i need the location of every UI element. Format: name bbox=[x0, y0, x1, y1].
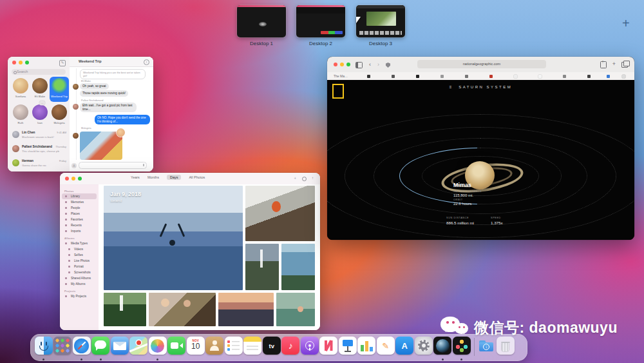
close-button[interactable] bbox=[65, 177, 69, 181]
conversation-row[interactable]: Lin Chen 9:41 AM Mushroom season is back… bbox=[8, 129, 70, 142]
favicon[interactable] bbox=[607, 75, 610, 78]
sidebar-item-my-projects[interactable]: My Projects bbox=[62, 293, 97, 299]
sidebar-item-places[interactable]: Places bbox=[62, 211, 97, 217]
favicon[interactable] bbox=[587, 75, 591, 78]
address-bar[interactable]: nationalgeographic.com bbox=[417, 60, 546, 68]
zoom-button[interactable] bbox=[25, 61, 29, 64]
dock-app-store[interactable]: A bbox=[395, 337, 415, 360]
compose-icon[interactable]: ✎ bbox=[59, 60, 66, 66]
dock-facetime[interactable] bbox=[167, 337, 187, 360]
menu-icon[interactable]: ≡ bbox=[450, 85, 453, 89]
dock-photos[interactable] bbox=[148, 337, 167, 360]
favicon[interactable] bbox=[622, 75, 625, 78]
favicon[interactable] bbox=[514, 75, 517, 78]
message-bubble[interactable]: Ehh wait...I've got a good pic from last… bbox=[80, 103, 137, 112]
zoom-button[interactable] bbox=[346, 63, 350, 66]
pinned-conversation[interactable]: Mulugeta bbox=[50, 104, 69, 124]
sidebar-item-portrait[interactable]: Portrait bbox=[62, 264, 97, 270]
sidebar-item-memories[interactable]: Memories bbox=[62, 199, 97, 205]
sidebar-item-media-types[interactable]: Media Types bbox=[62, 240, 97, 246]
window-controls[interactable] bbox=[12, 61, 29, 64]
favicon[interactable] bbox=[563, 75, 566, 78]
desktop-2-label[interactable]: Desktop 2 bbox=[296, 41, 345, 46]
messages-window[interactable]: ✎ Search Svetlana Eli Blake Weekend Trip… bbox=[8, 57, 153, 172]
photo-waterfall-2[interactable] bbox=[281, 244, 315, 290]
pinned-conversation[interactable]: Eli Blake bbox=[30, 78, 50, 98]
zoom-button[interactable] bbox=[78, 177, 82, 181]
favicon[interactable] bbox=[465, 75, 468, 78]
photo-green-falls[interactable] bbox=[104, 293, 146, 326]
minimize-button[interactable] bbox=[19, 61, 23, 64]
sidebar-item-screenshots[interactable]: Screenshots bbox=[62, 270, 97, 275]
favicon[interactable] bbox=[489, 75, 493, 78]
dock-cinema4d[interactable] bbox=[433, 337, 453, 360]
photo-bather[interactable] bbox=[276, 293, 315, 326]
message-bubble[interactable]: Those rapids were moving quick! bbox=[80, 90, 128, 97]
window-controls[interactable] bbox=[65, 177, 82, 181]
photos-window[interactable]: Years Months Days All Photos ＋ ↑ Photos … bbox=[60, 173, 320, 330]
dock-pages[interactable]: ✎ bbox=[376, 337, 395, 360]
dock-mail[interactable] bbox=[110, 337, 129, 360]
mic-icon[interactable] bbox=[143, 164, 145, 166]
dock-launchpad[interactable] bbox=[53, 337, 73, 360]
sidebar-item-selfies[interactable]: Selfies bbox=[62, 252, 97, 258]
privacy-shield-icon[interactable] bbox=[386, 63, 390, 68]
tab-years[interactable]: Years bbox=[131, 175, 140, 179]
photo-message[interactable] bbox=[80, 132, 122, 160]
bookmark-label[interactable]: The Ma… bbox=[334, 74, 348, 78]
minimize-button[interactable] bbox=[71, 177, 75, 181]
back-icon[interactable]: ‹ bbox=[369, 62, 371, 68]
search-input[interactable]: Search bbox=[12, 69, 66, 75]
dock-downloads[interactable]: ↓ bbox=[477, 337, 497, 360]
sidebar-icon[interactable] bbox=[355, 62, 363, 68]
tab-months[interactable]: Months bbox=[147, 175, 159, 179]
photo-blue-lagoon[interactable]: Jan 9, 2018 Iceland bbox=[104, 186, 243, 290]
sidebar-item-recents[interactable]: Recents bbox=[62, 222, 97, 228]
favicon[interactable] bbox=[440, 75, 444, 78]
photo-sunset-coast[interactable] bbox=[218, 293, 274, 326]
sidebar-item-live-photos[interactable]: Live Photos bbox=[62, 258, 97, 264]
dock-notes[interactable] bbox=[243, 337, 263, 360]
favicon[interactable] bbox=[416, 75, 419, 78]
pinned-conversation[interactable]: Svetlana bbox=[11, 78, 30, 98]
add-icon[interactable]: ＋ bbox=[293, 176, 297, 181]
minimize-button[interactable] bbox=[340, 63, 344, 66]
sidebar-item-favorites[interactable]: Favorites bbox=[62, 217, 97, 222]
safari-window[interactable]: ‹ › nationalgeographic.com + The Ma… bbox=[327, 57, 634, 240]
search-icon[interactable] bbox=[302, 177, 307, 181]
sidebar-item-my-albums[interactable]: My Albums bbox=[62, 281, 97, 287]
dock-maps[interactable] bbox=[129, 337, 149, 360]
tab-days[interactable]: Days bbox=[167, 175, 182, 180]
reply-quote-bubble[interactable]: Weekend Trip hiking pics are the best we… bbox=[80, 69, 146, 79]
sidebar-item-shared-albums[interactable]: Shared Albums bbox=[62, 275, 97, 281]
dock-keynote[interactable] bbox=[338, 337, 357, 360]
dock-news[interactable] bbox=[319, 337, 339, 360]
sidebar-item-library[interactable]: Library bbox=[62, 193, 97, 199]
imessage-input[interactable] bbox=[79, 162, 147, 169]
desktop-1-label[interactable]: Desktop 1 bbox=[237, 41, 286, 46]
desktop-3-thumbnail[interactable] bbox=[356, 5, 405, 37]
new-tab-icon[interactable]: + bbox=[612, 61, 616, 68]
forward-icon[interactable]: › bbox=[377, 62, 379, 68]
dock-safari[interactable] bbox=[72, 337, 91, 360]
dock-messages[interactable] bbox=[91, 337, 111, 360]
dock-music[interactable]: ♪ bbox=[281, 337, 301, 360]
dock-davinci-resolve[interactable] bbox=[452, 337, 471, 360]
photo-hiker[interactable] bbox=[245, 186, 315, 241]
dock-contacts[interactable] bbox=[205, 337, 225, 360]
dock-finder[interactable] bbox=[34, 337, 53, 360]
dock-numbers[interactable] bbox=[357, 337, 377, 360]
message-bubble-sent[interactable]: Oh NO. Hope you don't send the one I'm t… bbox=[95, 115, 150, 124]
window-controls[interactable] bbox=[334, 63, 350, 66]
favicon[interactable] bbox=[367, 75, 370, 78]
photo-waterfall-1[interactable] bbox=[245, 244, 279, 290]
sidebar-item-people[interactable]: People bbox=[62, 205, 97, 211]
dock-system-preferences[interactable] bbox=[414, 337, 433, 360]
sidebar-item-imports[interactable]: Imports bbox=[62, 228, 97, 234]
dock-calendar[interactable]: NOV10 bbox=[186, 337, 205, 360]
dock-trash[interactable] bbox=[496, 337, 515, 360]
photo-family-selfie[interactable] bbox=[149, 293, 216, 326]
close-button[interactable] bbox=[12, 61, 16, 64]
pinned-conversation[interactable]: ... Ivan bbox=[30, 104, 50, 124]
dock-reminders[interactable] bbox=[224, 337, 243, 360]
